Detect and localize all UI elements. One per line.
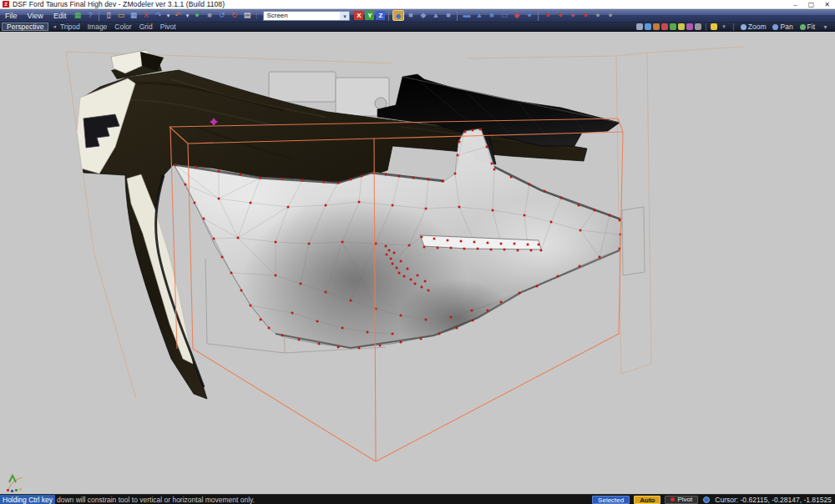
toolbar-overflow-icon[interactable]: ⋮ [254,10,260,21]
pan-button[interactable]: Pan [772,23,792,31]
grid-toggle-icon[interactable] [678,23,685,30]
redo-options-caret[interactable]: ▾ [165,10,171,21]
zoom-icon [741,24,746,30]
shading-icon[interactable] [636,23,643,30]
axis-tripod-icon [7,476,23,492]
viewport-nav-buttons: ZoomPanFit [737,23,818,31]
axis-x-button[interactable]: X [354,11,363,20]
poly-state-icon[interactable]: ● [567,10,579,21]
globe-icon[interactable] [703,496,710,503]
dropdown-arrow-icon[interactable]: ▾ [340,12,349,20]
levels-icon[interactable]: ▦ [72,10,84,21]
open-folder-icon[interactable]: ▭ [115,10,127,21]
vertex-state-icon[interactable]: ● [542,10,554,21]
quick-icons: ▦? [71,10,96,21]
selected-mode-button[interactable]: Selected [592,496,630,504]
selection-tools-group: ◆■◆▲■ [392,10,454,21]
maximize-button[interactable]: ▢ [803,0,819,9]
viewport-header-separator [706,23,706,31]
viewport-header: Perspective ◂ TripodImageColorGridPivot … [0,23,835,32]
status-hint-highlight: Holding Ctrl key [0,495,55,504]
toolbar-separator [538,11,539,21]
viewport-toggles [635,23,702,30]
save-icon[interactable]: ▦ [128,10,139,21]
view-back-arrow[interactable]: ◂ [53,23,56,30]
toolbar-separator [388,11,389,21]
color-swatch-icon[interactable] [686,23,693,30]
scale-tool-icon[interactable]: ▲ [430,10,442,21]
view-options-icon[interactable] [695,23,701,30]
select-mode-icon[interactable]: ◆ [392,10,404,21]
axis-buttons-group: XYZ [353,11,386,20]
mirror-tool-icon[interactable]: ■ [443,10,454,21]
wireframe-icon[interactable] [645,23,651,30]
fit-button[interactable]: Fit [800,23,815,31]
light-options-caret[interactable]: ▾ [722,23,726,30]
pan-icon [772,24,778,30]
3d-viewport-scene[interactable] [0,32,835,494]
menu-bar: FileViewEdit [0,9,71,23]
material-icon[interactable] [653,23,660,30]
rotate-cw-icon[interactable]: ↻ [229,10,240,21]
cone-primitive-icon[interactable]: ▲ [473,10,485,21]
viewport-menu-color[interactable]: Color [114,23,131,31]
status-bar: Holding Ctrl key down will constrain too… [0,494,835,504]
3d-viewport[interactable] [0,32,835,494]
delete-icon[interactable]: X [140,10,152,21]
toolbar-separator [99,11,99,21]
light-toggle-icon[interactable] [711,23,717,30]
viewport-menu-pivot[interactable]: Pivot [160,23,176,31]
object-state-icon[interactable]: ● [579,10,591,21]
cube-primitive-icon[interactable]: ■ [486,10,498,21]
lighting-icon[interactable] [670,23,676,30]
viewport-nav-caret[interactable]: ▼ [822,24,828,30]
rotate-tool-icon[interactable]: ◆ [418,10,429,21]
edge-state-icon[interactable]: ● [554,10,566,21]
sphere-primitive-icon[interactable]: ● [524,10,535,21]
main-toolbar: FileViewEdit ▦? ▯▭▦X↷▾↶▾●■↺↻▤⋮ Screen ▾ … [0,9,835,23]
notes-icon[interactable]: ▤ [241,10,253,21]
screen-mode-dropdown[interactable]: Screen ▾ [263,11,350,21]
viewport-menu-grid[interactable]: Grid [139,23,153,31]
minimize-button[interactable]: – [787,0,803,9]
menu-item-file[interactable]: File [0,9,23,23]
window-title: DSF Ford Taurus Final High dev - ZModele… [13,0,225,8]
file-operations-group: ▯▭▦X↷▾↶▾●■↺↻▤⋮ [102,10,260,21]
edge-tool-icon[interactable]: ▬ [461,10,473,21]
view-mode-button[interactable]: Perspective [2,23,48,31]
plane-primitive-icon[interactable]: ▭ [498,10,510,21]
viewport-header-separator [733,23,734,31]
pivot-mode-button[interactable]: Pivot [665,496,698,504]
close-button[interactable]: ✕ [819,0,835,9]
pin-tool-icon[interactable]: ◆ [511,10,523,21]
undo-options-caret[interactable]: ▾ [185,10,190,21]
move-tool-icon[interactable]: ■ [405,10,417,21]
viewport-menu-image[interactable]: Image [88,23,108,31]
zoom-button[interactable]: Zoom [741,23,767,31]
help-icon[interactable]: ? [84,10,96,21]
screen-mode-value: Screen [264,12,340,19]
redo-icon[interactable]: ↷ [153,10,164,21]
title-bar: Z DSF Ford Taurus Final High dev - ZMode… [0,0,835,9]
toolbar-separator [457,11,458,21]
surface-panel-icon[interactable]: ■ [204,10,215,21]
rotate-ccw-icon[interactable]: ↺ [216,10,228,21]
menu-item-view[interactable]: View [23,9,48,23]
axis-z-button[interactable]: Z [376,11,385,20]
hidden-state-icon[interactable]: ● [605,10,616,21]
pivot-dot-icon [671,497,675,501]
texture-icon[interactable] [661,23,668,30]
render-toggle-icon[interactable]: ● [191,10,203,21]
viewport-menu-tripod[interactable]: Tripod [60,23,80,31]
axis-y-button[interactable]: Y [365,11,374,20]
fit-icon [800,24,806,30]
app-icon: Z [3,1,9,8]
cursor-coordinates: Cursor: -0.62115, -0.28147, -1.81525 [715,496,832,504]
locked-state-icon[interactable]: ● [592,10,604,21]
auto-mode-button[interactable]: Auto [634,496,660,504]
menu-item-edit[interactable]: Edit [48,9,72,23]
undo-icon[interactable]: ↶ [172,10,184,21]
new-file-icon[interactable]: ▯ [103,10,114,21]
viewport-menu: TripodImageColorGridPivot [60,23,184,31]
status-hint-text: down will constrain tool to vertical or … [55,496,255,504]
